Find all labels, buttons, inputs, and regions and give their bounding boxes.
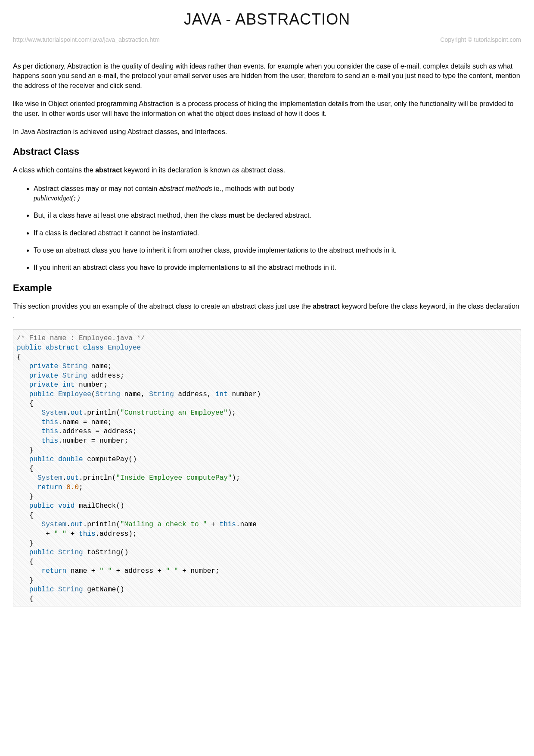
id: String xyxy=(149,390,174,398)
source-url[interactable]: http://www.tutorialspoint.com/java/java_… xyxy=(13,36,160,44)
id: name xyxy=(91,362,108,370)
punc: ) xyxy=(232,474,236,482)
str: "Mailing a check to " xyxy=(120,521,207,528)
kw: abstract xyxy=(46,344,79,352)
punc: ; xyxy=(120,372,124,380)
str: "Inside Employee computePay" xyxy=(116,474,232,482)
punc: , xyxy=(207,390,211,398)
punc: . xyxy=(62,474,67,482)
kw: return xyxy=(42,567,67,575)
meta-row: http://www.tutorialspoint.com/java/java_… xyxy=(13,36,521,44)
inline-code: publicvoidget(; ) xyxy=(34,194,80,202)
kw: void xyxy=(58,502,75,510)
kw: int xyxy=(62,381,75,389)
punc: = xyxy=(95,428,99,435)
punc: ; xyxy=(124,437,129,445)
text-bold: abstract xyxy=(95,166,122,174)
text: Abstract classes may or may not contain xyxy=(34,185,159,192)
example-intro: This section provides you an example of … xyxy=(13,302,521,321)
id: number xyxy=(190,567,215,575)
punc: ; xyxy=(215,567,220,575)
punc: ( xyxy=(116,586,120,594)
punc: . xyxy=(95,530,99,538)
brace: } xyxy=(29,447,34,454)
kw: this xyxy=(79,530,95,538)
id: Employee xyxy=(108,344,141,352)
punc: ( xyxy=(91,390,96,398)
kw: out xyxy=(71,521,83,528)
kw: public xyxy=(29,390,54,398)
brace: } xyxy=(29,493,34,501)
punc: . xyxy=(58,428,62,435)
id: number xyxy=(99,437,124,445)
kw: double xyxy=(58,456,83,463)
punc: ) xyxy=(228,409,232,417)
punc: . xyxy=(66,521,71,528)
id: toString xyxy=(87,549,120,556)
kw: public xyxy=(29,502,54,510)
id: number xyxy=(79,381,104,389)
punc: + xyxy=(71,530,75,538)
kw: public xyxy=(29,549,54,556)
id: address xyxy=(91,372,120,380)
id: name xyxy=(91,419,108,426)
brace: { xyxy=(29,512,34,519)
id: number xyxy=(232,390,257,398)
kw: out xyxy=(71,409,83,417)
id: address xyxy=(99,530,128,538)
punc: . xyxy=(58,437,62,445)
kw: return xyxy=(37,484,62,491)
punc: , xyxy=(141,390,145,398)
id: String xyxy=(58,549,83,556)
id: println xyxy=(83,474,112,482)
brace: { xyxy=(29,595,34,603)
kw: this xyxy=(42,437,58,445)
text: But, if a class have at least one abstra… xyxy=(34,212,229,219)
punc: + xyxy=(158,567,162,575)
list-item: If a class is declared abstract it canno… xyxy=(34,228,521,238)
id: name xyxy=(62,419,79,426)
text: be declared abstract. xyxy=(245,212,311,219)
code-comment: /* File name : Employee.java */ xyxy=(17,334,145,342)
punc: . xyxy=(83,521,87,528)
id: println xyxy=(87,409,116,417)
list-item: Abstract classes may or may not contain … xyxy=(34,184,521,203)
text: A class which contains the xyxy=(13,166,95,174)
id: name xyxy=(124,390,141,398)
punc: + xyxy=(211,521,215,528)
punc: ) xyxy=(133,456,137,463)
id: println xyxy=(87,521,116,528)
intro-para-2: like wise in Object oriented programming… xyxy=(13,99,521,119)
text: keyword in its declaration is known as a… xyxy=(122,166,285,174)
punc: . xyxy=(83,409,87,417)
str: " " xyxy=(99,567,112,575)
id: String xyxy=(62,372,87,380)
str: " " xyxy=(166,567,178,575)
kw: private xyxy=(29,372,58,380)
punc: ) xyxy=(124,549,129,556)
id: address xyxy=(124,567,153,575)
id: String xyxy=(95,390,120,398)
punc: ) xyxy=(120,586,124,594)
divider xyxy=(13,33,521,33)
str: " " xyxy=(54,530,66,538)
kw: this xyxy=(42,419,58,426)
punc: + xyxy=(46,530,50,538)
punc: ; xyxy=(79,484,83,491)
abstract-intro: A class which contains the abstract keyw… xyxy=(13,166,521,175)
punc: ( xyxy=(116,502,120,510)
kw: private xyxy=(29,381,58,389)
id: computePay xyxy=(87,456,128,463)
heading-example: Example xyxy=(13,281,521,295)
heading-abstract-class: Abstract Class xyxy=(13,145,521,159)
str: "Constructing an Employee" xyxy=(120,409,228,417)
id: System xyxy=(42,521,67,528)
id: mailCheck xyxy=(79,502,116,510)
brace: { xyxy=(29,558,34,566)
kw: public xyxy=(29,456,54,463)
punc: ( xyxy=(116,409,120,417)
id: address xyxy=(62,428,91,435)
id: String xyxy=(62,362,87,370)
brace: { xyxy=(29,400,34,408)
punc: . xyxy=(79,474,83,482)
